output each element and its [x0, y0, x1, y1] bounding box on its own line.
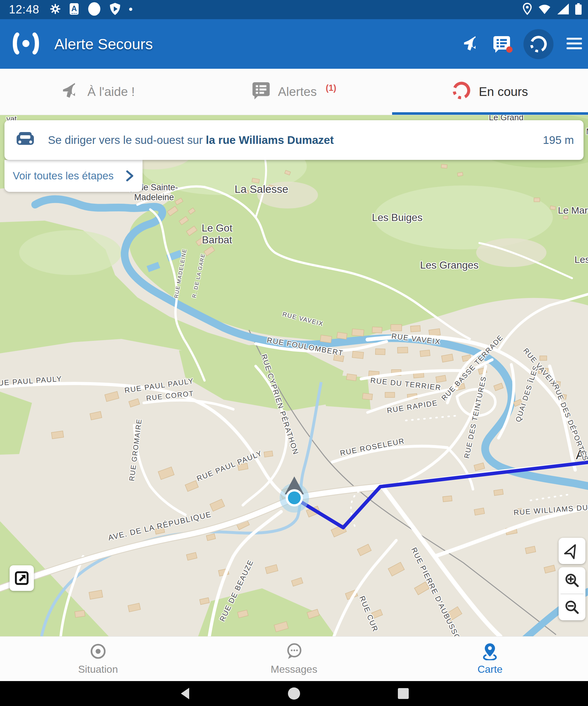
bottomnav-label: Situation: [78, 664, 118, 675]
home-button[interactable]: [287, 687, 301, 701]
chat-list-icon[interactable]: [493, 35, 511, 53]
map-place-label: Le Marc: [558, 205, 588, 216]
map-place-label: La Salesse: [235, 183, 288, 195]
app-logo-icon: [12, 31, 40, 57]
app-title: Alerte Secours: [54, 35, 153, 53]
notification-dot-icon: [87, 2, 101, 17]
zoom-out-button[interactable]: [558, 594, 585, 621]
gear-icon: [49, 3, 61, 16]
instruction-road: la rue Williams Dumazet: [206, 134, 334, 146]
tab-alertes[interactable]: Alertes (1): [196, 69, 392, 115]
clock: 12:48: [9, 3, 39, 16]
shield-play-icon: [110, 3, 121, 16]
tab-label: En cours: [479, 85, 528, 99]
external-link-icon: [14, 570, 30, 586]
recenter-button[interactable]: [558, 538, 585, 564]
bottomnav-label: Messages: [271, 664, 317, 675]
tab-label: À l'aide !: [87, 85, 134, 99]
spinner-icon: [452, 81, 471, 103]
map-place-label: Les Granges: [420, 259, 478, 271]
bottom-navigation: Situation Messages Carte: [0, 636, 588, 681]
map-place-label: M: [586, 127, 588, 136]
chevron-right-icon: [125, 170, 134, 182]
zoom-controls: [558, 567, 585, 620]
distance-remaining: 195 m: [543, 134, 574, 147]
zoom-in-icon: [563, 572, 581, 589]
recents-button[interactable]: [397, 687, 410, 701]
map-place-label: Les Buiges: [372, 212, 422, 224]
bottomnav-label: Carte: [477, 664, 502, 675]
map-graphics: [0, 115, 588, 636]
bottomnav-situation[interactable]: Situation: [0, 637, 196, 681]
tab-label: Alertes: [278, 85, 317, 99]
car-icon: [16, 131, 35, 149]
current-location-marker: [280, 476, 309, 513]
signal-icon: [557, 3, 570, 16]
navigation-arrow-icon: [564, 543, 580, 559]
wifi-icon: [538, 3, 552, 16]
back-button[interactable]: [178, 687, 191, 701]
open-external-map-button[interactable]: [10, 565, 34, 591]
chat-list-icon: [252, 81, 270, 103]
tab-bar: À l'aide ! Alertes (1) En cours: [0, 69, 588, 115]
status-bar: 12:48 A: [0, 0, 588, 19]
map-place-label: Le GotBarbat: [202, 222, 232, 246]
bottomnav-messages[interactable]: Messages: [196, 637, 392, 681]
map-canvas[interactable]: vatLe GrandMpelle Sainte-MadeleineLa Sal…: [0, 115, 588, 636]
situation-icon: [89, 642, 107, 660]
tab-a-laide[interactable]: À l'aide !: [0, 69, 196, 115]
instruction-text: Se diriger vers le sud-ouest sur la rue …: [48, 134, 543, 147]
phone-screen: 12:48 A: [0, 0, 588, 706]
spinner-icon: [529, 35, 548, 53]
svg-text:A: A: [71, 4, 77, 13]
location-pin-icon: [522, 3, 533, 16]
megaphone-icon[interactable]: [462, 35, 480, 54]
all-steps-button[interactable]: Voir toutes les étapes: [4, 160, 142, 192]
all-steps-label: Voir toutes les étapes: [13, 170, 125, 182]
zoom-in-button[interactable]: [558, 567, 585, 594]
android-navigation-bar: [0, 681, 588, 706]
navigation-instruction-card[interactable]: Se diriger vers le sud-ouest sur la rue …: [4, 120, 584, 160]
unread-badge: [506, 46, 513, 53]
auto-translate-icon: A: [69, 3, 79, 16]
active-tab-indicator: [392, 112, 588, 115]
tracking-spinner-button[interactable]: [523, 29, 553, 59]
app-bar: Alerte Secours: [0, 19, 588, 69]
status-dot-icon: [129, 7, 133, 12]
bottomnav-carte[interactable]: Carte: [392, 637, 588, 681]
tab-en-cours[interactable]: En cours: [392, 69, 588, 115]
battery-icon: [575, 3, 582, 16]
map-place-label: Les: [575, 254, 588, 265]
hamburger-menu-icon[interactable]: [566, 37, 582, 51]
messages-icon: [285, 642, 303, 660]
map-pin-icon: [481, 642, 499, 660]
alert-count-badge: (1): [326, 83, 336, 93]
zoom-out-icon: [563, 598, 581, 616]
megaphone-icon: [61, 81, 80, 103]
